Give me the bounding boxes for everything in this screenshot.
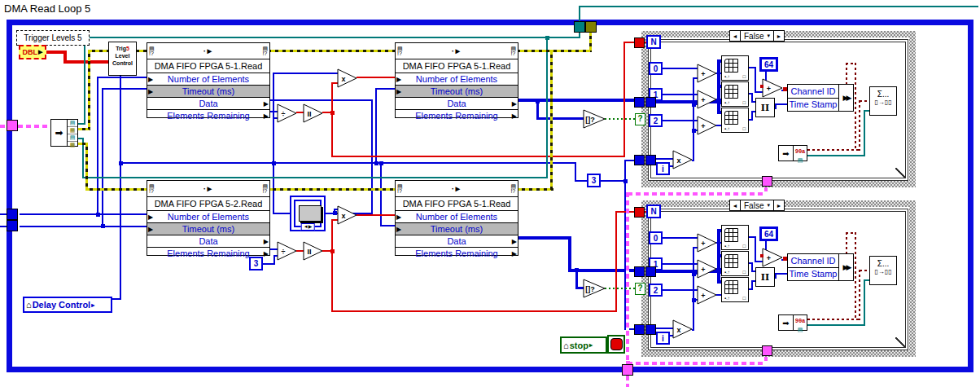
- dma-fifo-read-node[interactable]: ▤ !?∙►▤ !?DMA FIFO FPGA 5-1.Read▶Number …: [147, 42, 270, 118]
- enqueue-node[interactable]: ➡90a▤: [778, 145, 807, 161]
- convert-add-node[interactable]: +: [762, 78, 783, 98]
- tunnel-step-in[interactable]: [634, 324, 645, 335]
- tunnel-data-in[interactable]: [634, 266, 645, 277]
- bundle-field-channel-id[interactable]: Channel ID: [788, 254, 838, 268]
- selector-next-icon[interactable]: ►: [773, 30, 785, 42]
- selector-next-icon[interactable]: ►: [773, 200, 785, 211]
- output-data[interactable]: Data▶: [396, 98, 518, 110]
- divide-node[interactable]: ÷: [277, 103, 297, 123]
- dma-fifo-read-node[interactable]: ▤ !?∙►▤ !?DMA FIFO FPGA 5-2.Read▶Number …: [147, 180, 270, 256]
- tunnel-step-in[interactable]: [645, 324, 656, 335]
- bundle-by-name-node[interactable]: Channel IDTime Stamp▶▶: [787, 253, 854, 281]
- output-elements-remaining[interactable]: Elements Remaining▶: [147, 110, 269, 121]
- loop-condition-terminal[interactable]: [607, 335, 625, 354]
- selector-prev-icon[interactable]: ◄: [729, 200, 741, 211]
- tunnel-queue-in[interactable]: [762, 176, 772, 187]
- numeric-constant-3[interactable]: 3: [587, 174, 601, 187]
- dma-fifo-read-node[interactable]: ▤ !?∙►▤ !?DMA FIFO FPGA 5-1.Read▶Number …: [395, 180, 518, 256]
- divide-node[interactable]: ÷: [277, 241, 297, 261]
- dma-fifo-read-node[interactable]: ▤ !?∙►▤ !?DMA FIFO FPGA 5-1.Read▶Number …: [395, 42, 518, 118]
- bundle-field-time-stamp[interactable]: Time Stamp: [788, 268, 838, 281]
- input-number-of-elements[interactable]: ▶Number of Elements: [396, 211, 518, 223]
- input-timeout[interactable]: ▶Timeout (ms): [396, 86, 518, 98]
- case-selector-terminal[interactable]: ?: [635, 113, 645, 125]
- multiply-node[interactable]: x: [672, 319, 693, 339]
- selector-dropdown-icon[interactable]: ▾: [767, 202, 770, 209]
- join-numbers-node[interactable]: II: [755, 98, 775, 117]
- multiply-node[interactable]: x: [337, 68, 357, 88]
- empty-array-node[interactable]: []?: [583, 279, 606, 298]
- output-data[interactable]: Data▶: [147, 235, 269, 248]
- add-node[interactable]: +: [697, 64, 717, 83]
- tunnel-step-in[interactable]: [645, 155, 656, 165]
- multiply-node[interactable]: x: [672, 150, 693, 169]
- add-node[interactable]: +: [697, 259, 717, 279]
- index-array-node[interactable]: ▪.↑□: [721, 81, 749, 107]
- offset-constant-0[interactable]: 0: [649, 231, 663, 244]
- join-numbers-node[interactable]: II: [755, 267, 775, 287]
- output-data[interactable]: Data▶: [396, 235, 518, 248]
- bundle-by-name-node[interactable]: Channel IDTime Stamp▶▶: [787, 84, 854, 112]
- output-data[interactable]: Data▶: [147, 98, 269, 110]
- multiply-node[interactable]: x: [337, 205, 357, 225]
- iteration-terminal[interactable]: i: [656, 332, 670, 345]
- case-selector-terminal[interactable]: ?: [635, 283, 645, 295]
- empty-array-node[interactable]: []?: [583, 109, 606, 129]
- enqueue-node[interactable]: ➡90a▤: [778, 314, 807, 331]
- case-selector[interactable]: ◄False▾►: [729, 200, 785, 211]
- tunnel-data-in[interactable]: [634, 97, 645, 108]
- tunnel-elements-in[interactable]: [7, 209, 18, 220]
- for-loop-count-terminal[interactable]: N: [646, 204, 661, 218]
- convert-add-node[interactable]: +: [762, 248, 783, 267]
- offset-constant-2[interactable]: 2: [649, 284, 663, 297]
- unbundle-node[interactable]: ➡▤▦▤▦: [50, 119, 78, 147]
- tunnel-queue-out[interactable]: [622, 364, 633, 376]
- word-size-constant-64[interactable]: 64: [759, 57, 778, 72]
- sum-subvi-icon[interactable]: Σ...▯→▯▯: [869, 256, 897, 285]
- buffer-subvi-icon[interactable]: ◄▶: [290, 196, 326, 231]
- offset-constant-2[interactable]: 2: [649, 114, 663, 127]
- delay-control-reference[interactable]: ⌂Delay Control▸: [23, 297, 112, 313]
- input-timeout[interactable]: ▶Timeout (ms): [147, 223, 269, 235]
- index-array-node[interactable]: ▪.↑□: [721, 251, 749, 276]
- bundle-field-time-stamp[interactable]: Time Stamp: [788, 99, 838, 112]
- tunnel-fifo-ref-out[interactable]: [574, 21, 585, 33]
- add-node[interactable]: +: [697, 285, 717, 305]
- tunnel-cluster-in[interactable]: [7, 120, 18, 131]
- index-array-node[interactable]: ▪.↑□: [721, 108, 749, 133]
- offset-constant-0[interactable]: 0: [649, 62, 663, 75]
- sum-subvi-icon[interactable]: Σ...▯→▯▯: [869, 86, 897, 116]
- tunnel-count-in[interactable]: [634, 207, 645, 218]
- tunnel-error-out[interactable]: [585, 21, 597, 33]
- bundle-field-channel-id[interactable]: Channel ID: [788, 85, 838, 99]
- word-size-constant-64[interactable]: 64: [759, 226, 778, 241]
- tunnel-count-in[interactable]: [634, 37, 645, 48]
- output-elements-remaining[interactable]: Elements Remaining▶: [396, 248, 518, 259]
- numeric-constant-3[interactable]: 3: [249, 257, 263, 270]
- selector-prev-icon[interactable]: ◄: [729, 30, 741, 42]
- tunnel-queue-in[interactable]: [762, 345, 772, 356]
- input-timeout[interactable]: ▶Timeout (ms): [147, 86, 269, 98]
- case-selector[interactable]: ◄False▾►: [729, 30, 785, 42]
- input-timeout[interactable]: ▶Timeout (ms): [396, 223, 518, 235]
- input-number-of-elements[interactable]: ▶Number of Elements: [147, 73, 269, 86]
- round-node[interactable]: II: [303, 241, 323, 261]
- iteration-terminal[interactable]: i: [656, 162, 670, 175]
- round-node[interactable]: II: [303, 103, 323, 123]
- selector-dropdown-icon[interactable]: ▾: [767, 33, 770, 39]
- input-number-of-elements[interactable]: ▶Number of Elements: [147, 211, 269, 223]
- tunnel-step-in[interactable]: [634, 155, 645, 165]
- for-loop-count-terminal[interactable]: N: [646, 35, 661, 49]
- input-number-of-elements[interactable]: ▶Number of Elements: [396, 73, 518, 86]
- index-array-node[interactable]: ▪.↑□: [721, 55, 749, 81]
- tunnel-data-in[interactable]: [645, 266, 656, 277]
- index-array-node[interactable]: ▪.↑□: [721, 225, 749, 250]
- index-array-node[interactable]: ▪.↑□: [721, 277, 749, 302]
- trig5-level-control-node[interactable]: Trig5LevelControl: [108, 42, 137, 76]
- add-node[interactable]: +: [697, 233, 717, 253]
- tunnel-data-in[interactable]: [645, 97, 656, 108]
- tunnel-timeout-in[interactable]: [7, 220, 18, 231]
- stop-reference[interactable]: ⌂stop▸: [560, 336, 607, 354]
- add-node[interactable]: +: [697, 90, 717, 109]
- dbl-constant[interactable]: DBL▶: [19, 45, 46, 59]
